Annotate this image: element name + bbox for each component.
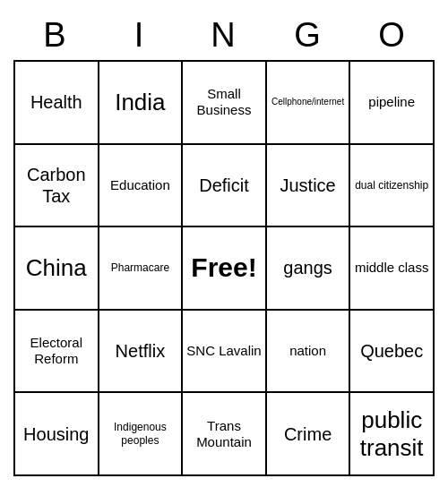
bingo-cell: Housing (15, 393, 99, 476)
bingo-cell: Cellphone/internet (267, 62, 351, 145)
cell-text: Indigenous peoples (103, 421, 178, 447)
bingo-cell: middle class (350, 227, 435, 311)
cell-text: gangs (283, 257, 332, 278)
cell-text: dual citizenship (355, 179, 428, 192)
cell-text: public transit (354, 406, 429, 462)
cell-text: Free! (191, 252, 256, 284)
cell-text: pipeline (368, 94, 415, 110)
bingo-letter: B (13, 16, 98, 55)
bingo-cell: Trans Mountain (183, 393, 267, 476)
bingo-letter: G (266, 16, 350, 55)
bingo-cell: Carbon Tax (15, 145, 99, 228)
bingo-cell: Indigenous peoples (99, 393, 184, 476)
bingo-cell: nation (267, 311, 351, 394)
cell-text: nation (289, 343, 326, 359)
bingo-cell: pipeline (350, 62, 435, 145)
cell-text: Quebec (360, 340, 423, 362)
cell-text: India (115, 89, 165, 116)
cell-text: Small Business (186, 86, 262, 118)
bingo-cell: Justice (267, 145, 351, 228)
cell-text: Justice (280, 175, 335, 196)
bingo-cell: China (15, 227, 99, 311)
bingo-cell: India (99, 62, 184, 145)
bingo-cell: public transit (350, 393, 435, 476)
bingo-cell: Netflix (99, 311, 184, 394)
cell-text: China (26, 254, 87, 282)
bingo-cell: Small Business (183, 62, 267, 145)
cell-text: Crime (284, 423, 332, 445)
bingo-cell: Education (99, 145, 184, 228)
bingo-cell: Health (15, 62, 99, 145)
cell-text: Electoral Reform (19, 335, 94, 367)
cell-text: Pharmacare (111, 261, 169, 274)
bingo-letter: O (350, 16, 435, 55)
bingo-cell: Deficit (183, 145, 267, 228)
bingo-cell: Quebec (350, 311, 435, 394)
bingo-cell: Pharmacare (99, 227, 184, 311)
bingo-letter: I (98, 16, 182, 55)
cell-text: Health (30, 91, 82, 113)
bingo-letter: N (182, 16, 266, 55)
cell-text: Carbon Tax (19, 164, 94, 207)
bingo-cell: dual citizenship (350, 145, 435, 228)
cell-text: SNC Lavalin (186, 343, 261, 359)
cell-text: Deficit (199, 175, 249, 196)
cell-text: Cellphone/internet (271, 97, 344, 107)
cell-text: Netflix (116, 340, 166, 362)
cell-text: Trans Mountain (186, 418, 262, 450)
bingo-cell: SNC Lavalin (183, 311, 267, 394)
cell-text: middle class (355, 260, 429, 276)
bingo-cell: Free! (183, 227, 267, 311)
bingo-header: BINGO (13, 11, 435, 60)
bingo-cell: gangs (267, 227, 351, 311)
bingo-grid: HealthIndiaSmall BusinessCellphone/inter… (13, 60, 435, 476)
bingo-card: BINGO HealthIndiaSmall BusinessCellphone… (13, 11, 435, 476)
bingo-cell: Electoral Reform (15, 311, 99, 394)
cell-text: Housing (23, 423, 89, 445)
bingo-cell: Crime (267, 393, 351, 476)
cell-text: Education (110, 177, 170, 193)
